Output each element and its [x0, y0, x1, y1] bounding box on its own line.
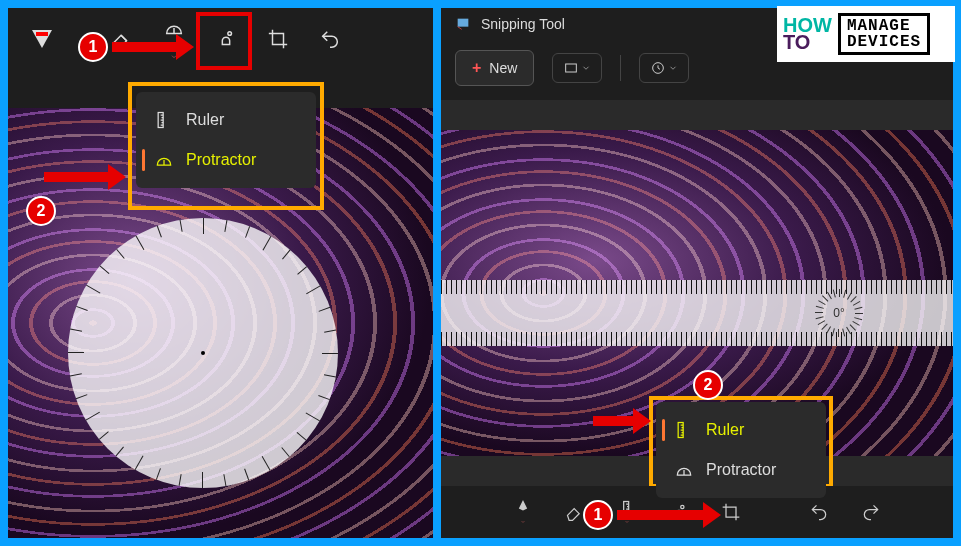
arrow-2-right [593, 416, 637, 426]
right-screenshot: Snipping Tool + New 0° [441, 8, 953, 538]
ruler-icon [154, 110, 174, 130]
step-badge-2-right: 2 [693, 370, 723, 400]
new-label: New [489, 60, 517, 76]
menu-label: Ruler [186, 111, 224, 129]
ruler-dropdown-menu: Ruler Protractor [136, 92, 316, 188]
menu-item-ruler[interactable]: Ruler [656, 410, 826, 450]
ruler-icon [674, 420, 694, 440]
snip-mode-button[interactable] [552, 53, 602, 83]
new-button[interactable]: + New [455, 50, 534, 86]
menu-label: Protractor [706, 461, 776, 479]
app-icon [455, 16, 471, 32]
eraser-tool[interactable] [100, 17, 144, 61]
undo-tool[interactable] [308, 17, 352, 61]
menu-label: Ruler [706, 421, 744, 439]
svg-rect-3 [566, 64, 577, 72]
ruler-angle-dial[interactable]: 0° [815, 289, 863, 337]
menu-item-ruler[interactable]: Ruler [136, 100, 316, 140]
protractor-icon [154, 150, 174, 170]
menu-item-protractor[interactable]: Protractor [656, 450, 826, 490]
step-badge-1: 1 [78, 32, 108, 62]
chevron-down-icon [581, 60, 591, 76]
step-badge-2: 2 [26, 196, 56, 226]
left-screenshot: Ruler Protractor 1 2 [8, 8, 433, 538]
redo-tool[interactable] [853, 492, 889, 532]
delay-button[interactable] [639, 53, 689, 83]
pen-tool[interactable] [505, 492, 541, 532]
logo-brand: MANAGE DEVICES [838, 13, 930, 55]
crop-tool[interactable] [256, 17, 300, 61]
plus-icon: + [472, 59, 481, 77]
arrow-1 [112, 42, 180, 52]
undo-tool[interactable] [801, 492, 837, 532]
watermark-logo: HOW TO MANAGE DEVICES [777, 6, 955, 62]
protractor-icon [674, 460, 694, 480]
menu-label: Protractor [186, 151, 256, 169]
chevron-down-icon [668, 60, 678, 76]
clock-icon [650, 60, 666, 76]
svg-rect-2 [458, 19, 469, 27]
menu-item-protractor[interactable]: Protractor [136, 140, 316, 180]
svg-point-7 [681, 505, 684, 508]
ruler-overlay[interactable]: 0° [441, 280, 953, 346]
step-badge-1-right: 1 [583, 500, 613, 530]
highlight-box-tool [196, 12, 252, 70]
arrow-1-right [617, 510, 707, 520]
arrow-2 [44, 172, 112, 182]
protractor-overlay[interactable] [68, 218, 338, 488]
pen-tool[interactable] [20, 17, 64, 61]
angle-value: 0° [815, 289, 863, 337]
divider [620, 55, 621, 81]
logo-how: HOW TO [783, 17, 832, 51]
rectangle-icon [563, 60, 579, 76]
ruler-dropdown-menu-right: Ruler Protractor [656, 402, 826, 498]
app-title: Snipping Tool [481, 16, 565, 32]
